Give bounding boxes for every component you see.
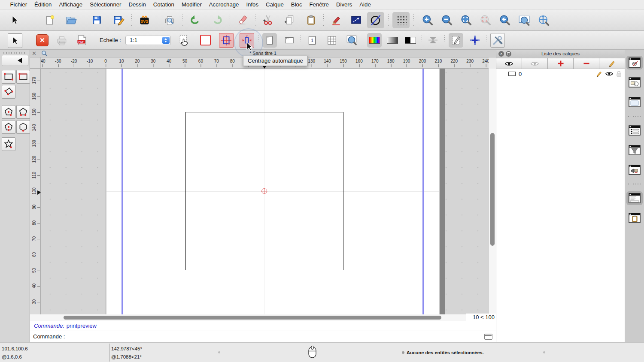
export-pdf-button[interactable]: PDF bbox=[74, 33, 89, 48]
polygon-center-corner-icon bbox=[3, 106, 14, 118]
grayscale-mode-button[interactable] bbox=[385, 33, 400, 48]
command-dock-button[interactable] bbox=[626, 191, 643, 205]
draft-settings-button[interactable] bbox=[449, 33, 463, 48]
star-button[interactable] bbox=[2, 137, 15, 151]
drawing-canvas[interactable] bbox=[41, 69, 489, 314]
menu-item[interactable]: Modifier bbox=[178, 0, 205, 9]
paper-border-button[interactable] bbox=[198, 33, 213, 48]
cut-button[interactable] bbox=[259, 12, 276, 28]
single-page-button[interactable]: 1 bbox=[305, 33, 319, 48]
zoom-out-button[interactable] bbox=[437, 12, 456, 28]
new-document-button[interactable] bbox=[41, 12, 58, 28]
fit-to-paper-button[interactable] bbox=[219, 33, 234, 48]
snap-grid-button[interactable] bbox=[392, 12, 410, 28]
remove-layer-button[interactable] bbox=[574, 58, 599, 69]
vertical-scrollbar-thumb[interactable] bbox=[490, 133, 495, 246]
print-button[interactable] bbox=[55, 33, 69, 48]
document-tab-title[interactable]: * Sans titre 1 bbox=[30, 51, 496, 56]
show-all-layers-button[interactable] bbox=[496, 58, 522, 69]
save-button[interactable] bbox=[88, 12, 105, 28]
rectangle-2-points-button[interactable] bbox=[2, 70, 15, 84]
layer-row[interactable]: 0 bbox=[496, 69, 625, 78]
menu-item[interactable]: Affichage bbox=[55, 0, 86, 9]
draw-pen-button[interactable] bbox=[328, 12, 345, 28]
rectangle-corner-icon bbox=[18, 71, 29, 82]
toolbar-separator bbox=[255, 14, 255, 27]
menu-item[interactable]: Bloc bbox=[287, 0, 306, 9]
redo-button[interactable] bbox=[209, 12, 226, 28]
polygon-2-corners-button[interactable] bbox=[16, 105, 30, 119]
multi-page-button[interactable] bbox=[325, 33, 339, 48]
blackwhite-mode-button[interactable] bbox=[403, 33, 418, 48]
tools-button[interactable] bbox=[490, 33, 505, 48]
layer-edit-icon[interactable] bbox=[596, 71, 602, 77]
wait-button[interactable] bbox=[426, 33, 440, 48]
horizontal-scrollbar[interactable] bbox=[30, 314, 466, 321]
menu-item[interactable]: Fenêtre bbox=[306, 0, 332, 9]
menu-item[interactable]: Infos bbox=[243, 0, 262, 9]
auto-center-button[interactable] bbox=[240, 33, 254, 48]
copy-button[interactable] bbox=[281, 12, 298, 28]
print-preview-button[interactable] bbox=[161, 12, 178, 28]
polygon-center-edge-button[interactable] bbox=[2, 120, 15, 134]
hexagon-button[interactable] bbox=[16, 120, 30, 134]
rectangle-corner-button[interactable] bbox=[16, 70, 30, 84]
zoom-selected-button[interactable] bbox=[476, 12, 495, 28]
eraser-button[interactable] bbox=[234, 12, 251, 28]
zoom-page-button[interactable] bbox=[344, 33, 359, 48]
zoom-window-button[interactable] bbox=[514, 12, 534, 28]
crosshair-button[interactable] bbox=[468, 33, 482, 48]
stepper-icon[interactable] bbox=[162, 37, 170, 44]
blocks-dock-button[interactable] bbox=[626, 75, 643, 89]
layer-lock-icon[interactable] bbox=[616, 70, 622, 77]
open-file-button[interactable] bbox=[63, 12, 80, 28]
close-preview-button[interactable]: ✕ bbox=[36, 34, 49, 46]
draw-line-button[interactable] bbox=[347, 12, 365, 28]
export-svg-button[interactable]: SVG bbox=[136, 12, 153, 28]
menu-item[interactable]: Calque bbox=[262, 0, 288, 9]
detach-command-widget-button[interactable] bbox=[484, 334, 492, 340]
move-paper-button[interactable] bbox=[177, 33, 191, 48]
list-dock-button[interactable] bbox=[626, 124, 643, 137]
zoom-previous-button[interactable] bbox=[495, 12, 514, 28]
color-mode-button[interactable] bbox=[367, 33, 382, 48]
hide-all-layers-button[interactable] bbox=[522, 58, 548, 69]
vertical-ruler: 17016015014013012011010090807060504030 bbox=[30, 69, 41, 314]
portrait-button[interactable] bbox=[262, 33, 277, 48]
draw-circle-button[interactable] bbox=[367, 12, 384, 28]
add-layer-button[interactable] bbox=[548, 58, 574, 69]
zoom-auto-button[interactable] bbox=[456, 12, 476, 28]
scale-combobox[interactable]: 1:1 bbox=[125, 36, 171, 45]
landscape-button[interactable] bbox=[282, 33, 297, 48]
polygon-center-corner-button[interactable] bbox=[2, 105, 15, 119]
menu-item[interactable]: Sélectionner bbox=[86, 0, 125, 9]
menu-item[interactable]: Accrochage bbox=[205, 0, 243, 9]
save-as-button[interactable] bbox=[110, 12, 128, 28]
edit-layer-button[interactable] bbox=[599, 58, 625, 69]
select-tool-icon[interactable] bbox=[6, 12, 23, 28]
pen-dock-button[interactable] bbox=[626, 163, 643, 177]
menu-item[interactable]: Divers bbox=[332, 0, 355, 9]
filter-dock-button[interactable] bbox=[626, 143, 643, 157]
zoom-pan-button[interactable] bbox=[534, 12, 553, 28]
menu-item[interactable]: Édition bbox=[31, 0, 55, 9]
paste-button[interactable] bbox=[302, 12, 319, 28]
layer-visibility-icon[interactable] bbox=[605, 71, 613, 76]
command-input-line[interactable]: Commande : bbox=[30, 331, 496, 342]
ruler-label: 240 bbox=[482, 59, 489, 63]
menu-item[interactable]: Dessin bbox=[125, 0, 149, 9]
menu-item[interactable]: Aide bbox=[356, 0, 374, 9]
library-dock-button[interactable] bbox=[626, 95, 643, 109]
rectangle-rotated-button[interactable] bbox=[2, 85, 15, 99]
layers-dock-button[interactable] bbox=[626, 56, 643, 69]
sidebar-drag-handle[interactable] bbox=[3, 52, 26, 54]
back-button[interactable] bbox=[2, 55, 28, 66]
zoom-in-button[interactable] bbox=[418, 12, 437, 28]
vertical-scrollbar[interactable] bbox=[489, 69, 496, 314]
menu-item[interactable]: Fichier bbox=[6, 0, 31, 9]
menu-item[interactable]: Cotation bbox=[149, 0, 178, 9]
clipboard-dock-button[interactable] bbox=[626, 211, 643, 225]
preview-select-button[interactable] bbox=[8, 33, 22, 48]
horizontal-scrollbar-thumb[interactable] bbox=[64, 316, 441, 320]
undo-button[interactable] bbox=[186, 12, 204, 28]
